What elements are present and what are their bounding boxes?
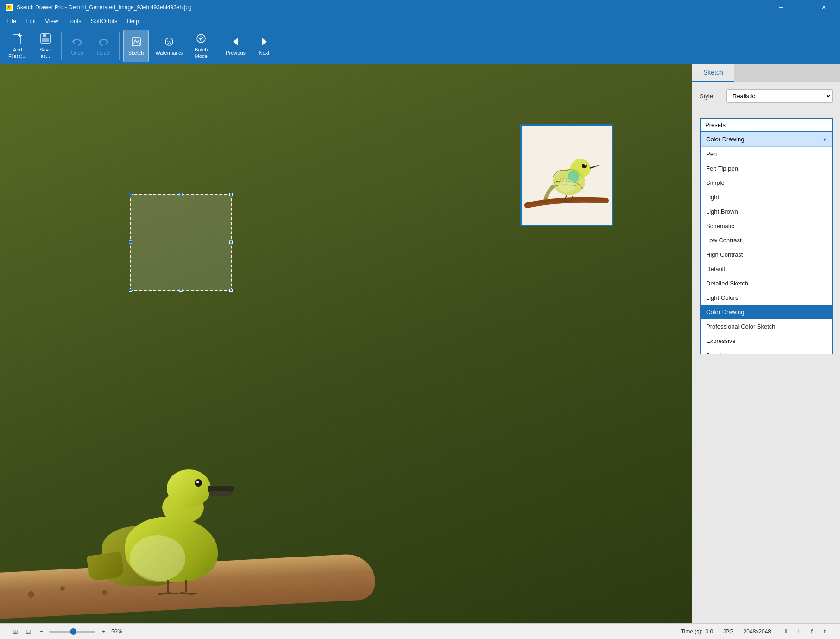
selection-handle-bm[interactable] — [179, 289, 183, 292]
preset-item-light-colors[interactable]: Light Colors — [701, 291, 832, 305]
save-as-button[interactable]: Saveas... — [33, 30, 57, 62]
bird-belly — [130, 535, 185, 582]
svg-marker-14 — [262, 38, 267, 45]
selection-handle-ml[interactable] — [129, 241, 132, 244]
zoom-minus-button[interactable]: − — [36, 626, 46, 637]
style-row: Style Realistic — [700, 89, 833, 103]
svg-text:S: S — [7, 6, 10, 10]
menu-file[interactable]: File — [2, 16, 21, 26]
menu-tools[interactable]: Tools — [63, 16, 86, 26]
preset-item-felt-tip-pen[interactable]: Felt-Tip pen — [701, 161, 832, 176]
toolbar-sep-1 — [61, 32, 62, 60]
presets-selected-header[interactable]: Color Drawing ▾ — [701, 132, 832, 147]
bird-head — [167, 469, 211, 507]
undo-label: Undo — [71, 50, 83, 56]
presets-selected-value: Color Drawing — [706, 136, 744, 143]
add-files-button[interactable]: AddFile(s)... — [4, 30, 32, 62]
bird-toe-4 — [185, 593, 197, 594]
canvas-area[interactable] — [0, 64, 692, 623]
selection-handle-br[interactable] — [229, 289, 233, 292]
menu-edit[interactable]: Edit — [21, 16, 40, 26]
preset-item-professional-color-sketch[interactable]: Professional Color Sketch — [701, 319, 832, 334]
previous-button[interactable]: Previous — [221, 30, 250, 62]
add-files-label: AddFile(s)... — [8, 47, 27, 59]
selection-handle-mr[interactable] — [229, 241, 233, 244]
svg-point-21 — [585, 164, 586, 166]
zoom-value: 56% — [111, 628, 122, 635]
close-button[interactable]: ✕ — [813, 0, 834, 15]
next-label: Next — [259, 50, 270, 56]
selection-handle-tm[interactable] — [179, 193, 183, 196]
status-time-section: Time (s): 0.0 — [676, 624, 719, 639]
next-button[interactable]: Next — [252, 30, 276, 62]
info-icon[interactable]: ℹ — [781, 626, 791, 637]
menu-bar: File Edit View Tools SoftOrbits Help — [0, 15, 840, 27]
tab-sketch[interactable]: Sketch — [692, 64, 734, 82]
preset-item-expressive[interactable]: Expressive — [701, 334, 832, 348]
bird-toe-2 — [168, 593, 179, 594]
redo-button[interactable]: Redo — [91, 30, 115, 62]
zoom-slider[interactable] — [49, 631, 95, 633]
sketch-label: Sketch — [128, 50, 144, 56]
zoom-plus-button[interactable]: + — [98, 626, 108, 637]
menu-softorbits[interactable]: SoftOrbits — [86, 16, 122, 26]
menu-view[interactable]: View — [40, 16, 63, 26]
bird-leg-1 — [167, 580, 169, 592]
preset-item-light-brown[interactable]: Light Brown — [701, 204, 832, 219]
selection-box[interactable] — [130, 194, 232, 291]
menu-help[interactable]: Help — [122, 16, 144, 26]
zoom-fit-icon[interactable]: ⊞ — [10, 626, 20, 637]
preset-item-detailed-sketch[interactable]: Detailed Sketch — [701, 276, 832, 291]
preview-thumbnail — [520, 124, 613, 226]
style-label: Style — [700, 93, 723, 100]
preset-item-light[interactable]: Light — [701, 190, 832, 204]
maximize-button[interactable]: □ — [792, 0, 813, 15]
batch-mode-button[interactable]: BatchMode — [189, 30, 213, 62]
style-select[interactable]: Realistic — [726, 89, 833, 103]
preset-item-pop-art[interactable]: Pop Art — [701, 348, 832, 354]
status-zoom-section: ⊞ ⊟ − + 56% — [6, 624, 127, 639]
time-value: 0.0 — [706, 628, 714, 635]
twitter-icon[interactable]: t — [820, 626, 830, 637]
toolbar: AddFile(s)... Saveas... Undo Redo — [0, 27, 840, 64]
save-as-label: Saveas... — [39, 47, 51, 59]
presets-dropdown[interactable]: Color Drawing ▾ Pen Felt-Tip pen Simple … — [700, 132, 833, 354]
svg-rect-2 — [13, 35, 20, 44]
preset-item-simple[interactable]: Simple — [701, 176, 832, 190]
selection-handle-tr[interactable] — [229, 193, 233, 196]
previous-label: Previous — [226, 50, 246, 56]
status-format-section: JPG — [718, 624, 739, 639]
watermarks-button[interactable]: W Watermarks — [151, 30, 187, 62]
preset-item-color-drawing[interactable]: Color Drawing — [701, 305, 832, 319]
window-controls: ─ □ ✕ — [771, 0, 834, 15]
share-icon[interactable]: ↑ — [794, 626, 804, 637]
undo-button[interactable]: Undo — [65, 30, 89, 62]
toolbar-sep-2 — [119, 32, 120, 60]
svg-rect-6 — [43, 34, 46, 37]
preset-item-pen[interactable]: Pen — [701, 147, 832, 161]
watermarks-label: Watermarks — [155, 50, 183, 56]
preset-item-high-contrast[interactable]: High Contrast — [701, 247, 832, 262]
status-icons-section: ℹ ↑ f t — [776, 624, 834, 639]
selection-handle-tl[interactable] — [129, 193, 132, 196]
svg-point-20 — [582, 164, 587, 168]
preset-item-default[interactable]: Default — [701, 262, 832, 276]
window-title: Sketch Drawer Pro - Gemini_Generated_Ima… — [17, 4, 192, 11]
right-panel: Sketch Style Realistic Presets Color Dra… — [692, 64, 840, 623]
presets-header: Presets — [700, 118, 833, 132]
minimize-button[interactable]: ─ — [771, 0, 792, 15]
presets-title: Presets — [705, 121, 726, 128]
facebook-icon[interactable]: f — [807, 626, 817, 637]
selection-handle-bl[interactable] — [129, 289, 132, 292]
preset-item-low-contrast[interactable]: Low Contrast — [701, 233, 832, 247]
presets-chevron-icon: ▾ — [823, 136, 826, 143]
presets-container: Presets Color Drawing ▾ Pen Felt-Tip pen… — [700, 118, 833, 354]
panel-tabs: Sketch — [692, 64, 840, 82]
sketch-button[interactable]: Sketch — [123, 30, 149, 62]
zoom-thumb[interactable] — [70, 628, 76, 635]
zoom-actual-icon[interactable]: ⊟ — [23, 626, 33, 637]
title-bar: S Sketch Drawer Pro - Gemini_Generated_I… — [0, 0, 840, 15]
preset-item-schematic[interactable]: Schematic — [701, 219, 832, 233]
status-bar: ⊞ ⊟ − + 56% Time (s): 0.0 JPG 2048x2048 … — [0, 623, 840, 639]
toolbar-sep-3 — [217, 32, 217, 60]
